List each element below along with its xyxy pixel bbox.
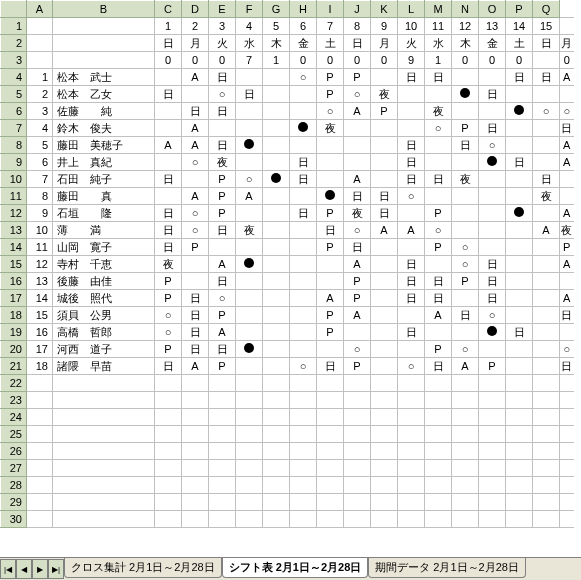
cell-O14[interactable] [479,239,506,256]
cell-D8[interactable]: A [182,137,209,154]
cell-overflow-24[interactable] [560,409,574,426]
cell-M14[interactable]: P [425,239,452,256]
cell-D11[interactable]: A [182,188,209,205]
col-header-L[interactable]: L [398,1,425,18]
cell-A21[interactable]: 18 [27,358,53,375]
cell-L25[interactable] [398,426,425,443]
cell-Q11[interactable]: 夜 [533,188,560,205]
cell-P22[interactable] [506,375,533,392]
cell-J14[interactable]: 日 [344,239,371,256]
cell-M18[interactable]: A [425,307,452,324]
cell-G23[interactable] [263,392,290,409]
cell-O18[interactable]: ○ [479,307,506,324]
cell-K5[interactable]: 夜 [371,86,398,103]
cell-L6[interactable] [398,103,425,120]
cell-I26[interactable] [317,443,344,460]
cell-L2[interactable]: 火 [398,35,425,52]
cell-overflow-9[interactable]: A [560,154,574,171]
cell-G11[interactable] [263,188,290,205]
cell-K3[interactable]: 0 [371,52,398,69]
cell-O23[interactable] [479,392,506,409]
cell-D3[interactable]: 0 [182,52,209,69]
cell-D15[interactable] [182,256,209,273]
cell-F21[interactable] [236,358,263,375]
cell-K21[interactable] [371,358,398,375]
cell-O7[interactable]: 日 [479,120,506,137]
row-header-11[interactable]: 11 [1,188,27,205]
cell-F1[interactable]: 4 [236,18,263,35]
cell-G5[interactable] [263,86,290,103]
cell-H10[interactable]: 日 [290,171,317,188]
cell-G9[interactable] [263,154,290,171]
cell-C3[interactable]: 0 [155,52,182,69]
cell-M22[interactable] [425,375,452,392]
col-header-J[interactable]: J [344,1,371,18]
cell-K29[interactable] [371,494,398,511]
cell-C19[interactable]: ○ [155,324,182,341]
cell-K30[interactable] [371,511,398,528]
cell-overflow-23[interactable] [560,392,574,409]
col-header-C[interactable]: C [155,1,182,18]
cell-E27[interactable] [209,460,236,477]
cell-H3[interactable]: 0 [290,52,317,69]
cell-D25[interactable] [182,426,209,443]
cell-P20[interactable] [506,341,533,358]
cell-E9[interactable]: 夜 [209,154,236,171]
cell-A27[interactable] [27,460,53,477]
cell-M25[interactable] [425,426,452,443]
cell-J26[interactable] [344,443,371,460]
cell-F16[interactable] [236,273,263,290]
cell-A16[interactable]: 13 [27,273,53,290]
cell-M4[interactable]: 日 [425,69,452,86]
cell-E1[interactable]: 3 [209,18,236,35]
cell-P9[interactable]: 日 [506,154,533,171]
cell-P7[interactable] [506,120,533,137]
cell-I23[interactable] [317,392,344,409]
cell-H26[interactable] [290,443,317,460]
cell-overflow-4[interactable]: A [560,69,574,86]
cell-M26[interactable] [425,443,452,460]
cell-O28[interactable] [479,477,506,494]
row-header-26[interactable]: 26 [1,443,27,460]
cell-D9[interactable]: ○ [182,154,209,171]
cell-H4[interactable]: ○ [290,69,317,86]
cell-K6[interactable]: P [371,103,398,120]
cell-C7[interactable] [155,120,182,137]
cell-Q9[interactable] [533,154,560,171]
cell-P2[interactable]: 土 [506,35,533,52]
cell-N12[interactable] [452,205,479,222]
cell-J1[interactable]: 8 [344,18,371,35]
cell-M12[interactable]: P [425,205,452,222]
cell-M20[interactable]: P [425,341,452,358]
cell-K15[interactable] [371,256,398,273]
cell-overflow-17[interactable]: A [560,290,574,307]
cell-E30[interactable] [209,511,236,528]
row-header-21[interactable]: 21 [1,358,27,375]
cell-N14[interactable]: ○ [452,239,479,256]
cell-D1[interactable]: 2 [182,18,209,35]
cell-E22[interactable] [209,375,236,392]
row-header-22[interactable]: 22 [1,375,27,392]
cell-F30[interactable] [236,511,263,528]
cell-H7[interactable] [290,120,317,137]
cell-J30[interactable] [344,511,371,528]
cell-overflow-26[interactable] [560,443,574,460]
cell-H9[interactable]: 日 [290,154,317,171]
row-header-16[interactable]: 16 [1,273,27,290]
cell-M27[interactable] [425,460,452,477]
cell-Q26[interactable] [533,443,560,460]
cell-N18[interactable]: 日 [452,307,479,324]
cell-G14[interactable] [263,239,290,256]
cell-Q19[interactable] [533,324,560,341]
col-header-F[interactable]: F [236,1,263,18]
cell-F8[interactable] [236,137,263,154]
cell-overflow-2[interactable]: 月 [560,35,574,52]
row-header-17[interactable]: 17 [1,290,27,307]
cell-Q15[interactable] [533,256,560,273]
cell-I24[interactable] [317,409,344,426]
cell-Q14[interactable] [533,239,560,256]
cell-overflow-10[interactable] [560,171,574,188]
cell-E25[interactable] [209,426,236,443]
cell-Q30[interactable] [533,511,560,528]
col-header-M[interactable]: M [425,1,452,18]
